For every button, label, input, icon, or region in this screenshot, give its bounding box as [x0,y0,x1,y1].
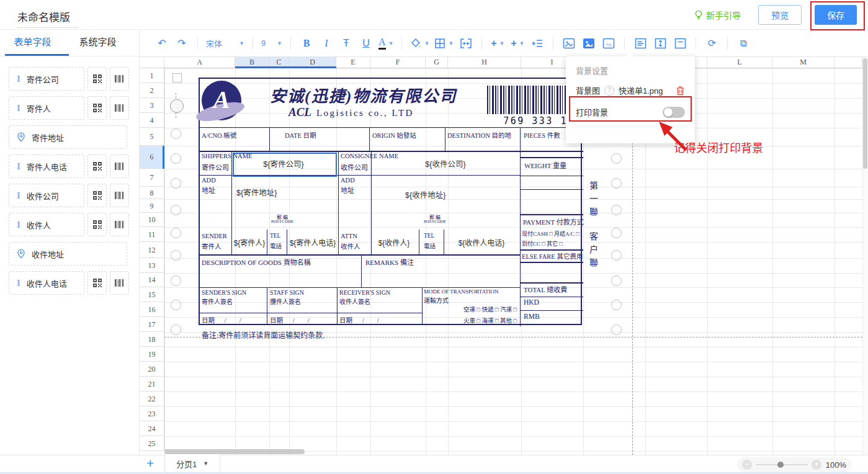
field-label: 寄件人 [27,102,51,114]
field-item-sender-name[interactable]: I寄件人 [9,96,84,120]
tab-form-fields[interactable]: 表单字段 [0,30,65,56]
barcode-icon [114,191,125,200]
merge-cells-icon [460,38,472,49]
caret-down-icon: ▼ [203,460,208,467]
barcode-button-receiver-company[interactable] [110,184,129,207]
zoom-slider[interactable] [756,464,808,465]
background-anchor-handle[interactable] [170,99,184,113]
insert-column-button[interactable]: +▼ [510,35,525,52]
fill-color-button[interactable]: ▼ [410,35,429,52]
label-receiver-sign-en: RECEIVER'S SIGN [339,289,390,296]
tab-system-fields[interactable]: 系统字段 [65,30,130,56]
barcode-button-sender-company[interactable] [110,67,129,91]
save-button[interactable]: 保存 [815,5,857,25]
qrcode-button-sender-name[interactable] [87,96,107,120]
qrcode-button-receiver-company[interactable] [87,184,107,207]
preview-button[interactable]: 预览 [758,5,802,25]
copy-sheet-button[interactable]: ⧉ [736,35,751,52]
undo-button[interactable]: ↶ [154,35,169,52]
text-field-icon: I [17,161,20,172]
template-title[interactable]: 未命名模版 [17,9,78,28]
font-size-select[interactable]: 9▼ [261,35,282,52]
caret-down-icon: ▼ [424,40,429,47]
watermark-button[interactable] [601,35,616,52]
label-payment-cc: 到付CC □ 其它 □ [522,239,563,248]
bold-button[interactable]: B [299,35,314,52]
font-family-select[interactable]: 宋体▼ [206,35,244,52]
horizontal-scrollbar-thumb[interactable] [164,449,305,454]
selected-columns-bar [235,66,336,68]
background-image-label: 背景图 [576,84,600,96]
beginner-guide-link[interactable]: 新手引导 [694,9,741,21]
qrcode-button-sender-company[interactable] [87,67,107,91]
guide-label: 新手引导 [706,9,741,21]
field-item-receiver-name[interactable]: I收件人 [9,213,84,236]
vertical-scrollbar[interactable] [862,57,868,455]
barcode-icon [114,74,125,83]
waybill-line [199,287,520,288]
align-settings-button[interactable] [633,35,648,52]
toggle-knob [664,108,673,117]
placeholder-consignee-address: ${收件地址} [405,189,445,200]
label-sender-cn: 寄件人 [202,241,221,251]
merge-cells-button[interactable] [459,35,473,52]
caret-down-icon: ▼ [448,40,454,47]
print-background-toggle[interactable] [663,107,685,118]
underline-button[interactable]: U [359,35,374,52]
delete-row-column-button[interactable] [530,35,545,52]
row-height-button[interactable] [653,35,668,52]
toolbar-divider [696,37,696,50]
vertical-scrollbar-thumb[interactable] [863,58,867,169]
zoom-slider-handle[interactable] [777,462,784,468]
field-item-sender-address[interactable]: 寄件地址 [9,125,127,149]
field-item-receiver-phone[interactable]: I收件人电话 [9,271,84,295]
label-date-line-3: 日期 / / [339,315,379,324]
field-item-sender-phone[interactable]: I寄件人电话 [9,154,84,178]
toolbar-divider [553,37,553,50]
spreadsheet-canvas[interactable]: A 安诚(迅捷)物流有限公司 ACLLogistics co., LTD 769… [140,57,862,455]
field-row: 收件地址 [9,242,139,266]
delete-background-icon[interactable] [676,86,685,96]
field-label: 寄件地址 [32,132,64,143]
qrcode-button-receiver-phone[interactable] [87,271,107,295]
italic-button[interactable]: I [319,35,334,52]
label-shippers-cn: 寄件公司 [202,162,229,172]
sheet-tab[interactable]: 分页1 ▼ [164,455,220,472]
caret-down-icon: ▼ [239,40,244,47]
background-image-button[interactable] [581,35,596,52]
add-sheet-button[interactable]: + [146,456,154,471]
qrcode-button-sender-phone[interactable] [87,154,107,178]
field-row: I寄件人 [9,96,139,120]
barcode-button-receiver-phone[interactable] [110,271,129,295]
redo-button[interactable]: ↷ [174,35,189,52]
borders-button[interactable]: ▼ [434,35,454,52]
caret-down-icon: ▼ [277,40,282,47]
insert-row-button[interactable]: +▼ [490,35,505,52]
field-item-receiver-company[interactable]: I收件公司 [9,184,84,207]
column-width-button[interactable] [673,35,687,52]
selected-cell-outline[interactable] [233,153,337,177]
label-date-line-2: 日期 / / [270,315,310,324]
barcode-button-receiver-name[interactable] [110,213,129,236]
page-break-horizontal-line [164,337,862,338]
background-corner-marker[interactable] [172,73,182,83]
font-color-button[interactable]: A▼ [378,35,393,52]
refresh-button[interactable]: ⟳ [704,35,719,52]
field-item-receiver-address[interactable]: 收件地址 [9,242,127,266]
waybill-line [520,157,583,158]
strikethrough-button[interactable]: Ŧ [339,35,354,52]
text-field-icon: I [17,278,20,288]
barcode-button-sender-phone[interactable] [110,154,129,178]
waybill-line [338,151,339,254]
background-image-icon [583,38,595,49]
insert-image-button[interactable] [562,35,576,52]
zoom-in-button[interactable]: + [812,460,821,470]
barcode-button-sender-name[interactable] [110,96,129,120]
zoom-out-button[interactable]: − [742,460,752,470]
qrcode-button-receiver-name[interactable] [87,213,107,236]
help-icon[interactable]: ? [604,86,614,96]
field-row: I收件人电话 [9,271,139,295]
field-item-sender-company[interactable]: I寄件公司 [9,67,84,91]
qrcode-icon [92,103,102,113]
waybill-line [422,287,423,325]
